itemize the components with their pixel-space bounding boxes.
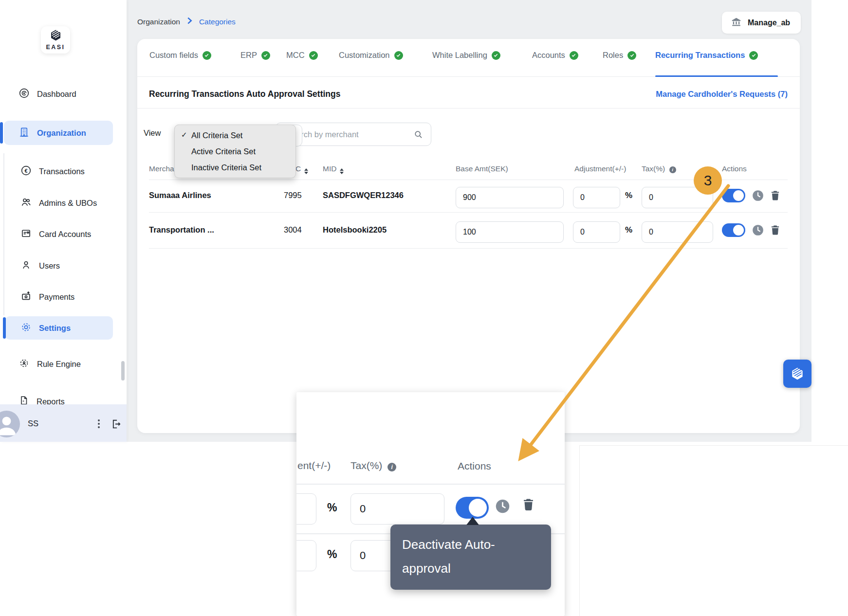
tooltip-text-line1: Deactivate Auto- [402, 533, 551, 557]
euro-circle-icon: € [20, 165, 32, 178]
adjustment-input[interactable] [573, 187, 620, 208]
col-header-actions: Actions [722, 164, 747, 173]
auto-approval-toggle[interactable] [722, 223, 745, 237]
sidebar-item-payments[interactable]: Payments [20, 290, 74, 303]
check-circle-icon [203, 51, 211, 60]
info-icon[interactable]: i [669, 166, 676, 173]
tooltip: Deactivate Auto- approval [390, 525, 551, 590]
callout-col-actions: Actions [458, 460, 491, 472]
auto-approval-toggle[interactable] [722, 189, 745, 202]
check-circle-icon [492, 51, 500, 60]
manage-requests-link[interactable]: Manage Cardholder's Requests (7) [584, 90, 788, 99]
logo-text: EASI [46, 44, 65, 51]
tab-erp[interactable]: ERP [240, 51, 270, 60]
check-circle-icon [749, 51, 758, 60]
callout-header-divider [296, 484, 565, 485]
tab-customization[interactable]: Customization [339, 51, 403, 60]
base-amount-input[interactable] [456, 187, 564, 208]
sort-icon [304, 168, 308, 174]
percent-sign: % [327, 548, 337, 561]
building-icon [18, 127, 30, 140]
breadcrumb-parent[interactable]: Organization [137, 18, 180, 26]
sidebar-item-admins-ubos[interactable]: Admins & UBOs [20, 197, 97, 209]
delete-trash-icon[interactable] [521, 497, 536, 514]
logout-icon[interactable] [110, 418, 122, 432]
annotation-step-badge: 3 [694, 166, 722, 195]
check-circle-icon [309, 51, 318, 60]
sidebar-item-label: Payments [39, 292, 74, 302]
easi-hexagon-icon [50, 29, 62, 43]
callout-col-tax: Tax(%) i [350, 460, 396, 471]
cell-mid: SASDFGWQER12346 [323, 191, 404, 200]
adjustment-input[interactable] [573, 221, 620, 243]
history-clock-icon[interactable] [752, 189, 764, 204]
tooltip-text-line2: approval [402, 557, 551, 580]
breadcrumb: Organization Categories [137, 17, 236, 26]
app-root: EASI Dashboard Organization € Transactio… [0, 0, 848, 616]
info-icon: i [387, 463, 396, 471]
sidebar-item-label: Dashboard [37, 90, 76, 99]
adjustment-input-partial[interactable] [296, 493, 316, 525]
tab-label: ERP [240, 51, 257, 60]
delete-trash-icon[interactable] [769, 189, 781, 203]
dropdown-option-active[interactable]: Active Criteria Set [175, 144, 295, 160]
auto-approval-toggle[interactable] [456, 497, 489, 519]
tab-label: Custom fields [149, 51, 198, 60]
search-icon[interactable] [413, 129, 424, 142]
tax-input[interactable] [642, 221, 713, 243]
percent-sign: % [327, 501, 337, 514]
tab-label: Roles [603, 51, 623, 60]
submenu-guide-line [3, 153, 4, 315]
tooltip-caret [466, 517, 479, 525]
bank-icon [731, 16, 742, 29]
sidebar-item-users[interactable]: Users [20, 259, 60, 272]
sidebar-item-label: Users [39, 261, 60, 271]
active-accent-bar [0, 122, 3, 144]
check-circle-icon [261, 51, 270, 60]
sidebar-item-label: Admins & UBOs [39, 199, 97, 208]
sidebar-item-settings[interactable]: Settings [20, 322, 71, 334]
tab-mcc[interactable]: MCC [286, 51, 318, 60]
payment-icon [20, 290, 32, 304]
person-icon [20, 259, 32, 272]
floating-easi-widget-button[interactable] [783, 360, 811, 388]
active-accent-bar [3, 317, 6, 339]
tab-roles[interactable]: Roles [603, 51, 636, 60]
check-circle-icon [394, 51, 403, 60]
sidebar-scrollbar[interactable] [121, 361, 125, 380]
tab-recurring-transactions[interactable]: Recurring Transactions [655, 51, 758, 60]
sidebar-item-label: Transactions [39, 167, 85, 176]
sidebar-item-transactions[interactable]: € Transactions [20, 165, 85, 178]
tab-label: White Labelling [432, 51, 487, 60]
delete-trash-icon[interactable] [769, 224, 781, 238]
secondary-panel [579, 445, 848, 616]
dropdown-option-all[interactable]: All Criteria Set [175, 127, 295, 144]
adjustment-input-partial[interactable] [296, 540, 316, 571]
base-amount-input[interactable] [456, 221, 564, 243]
sidebar-item-organization[interactable]: Organization [18, 127, 86, 139]
cell-merchant: Sumaaa Airlines [149, 191, 211, 200]
row-divider [149, 248, 788, 249]
cell-mid: Hotelsbooki2205 [323, 225, 387, 235]
card-icon [20, 228, 32, 241]
col-header-mid[interactable]: MID [323, 164, 344, 174]
tab-custom-fields[interactable]: Custom fields [149, 51, 211, 60]
history-clock-icon[interactable] [752, 224, 764, 238]
history-clock-icon[interactable] [495, 498, 511, 516]
sidebar: EASI Dashboard Organization € Transactio… [0, 0, 127, 442]
dropdown-option-inactive[interactable]: Inactive Criteria Set [175, 160, 295, 176]
magnified-callout: ent(+/-) Tax(%) i Actions % 0 % 0 Deacti… [296, 392, 565, 616]
percent-sign: % [625, 191, 632, 200]
sidebar-item-dashboard[interactable]: Dashboard [18, 88, 76, 100]
account-switcher-button[interactable]: Manage_ab [722, 12, 801, 34]
tab-accounts[interactable]: Accounts [532, 51, 578, 60]
gear-icon [20, 322, 32, 335]
tab-white-labelling[interactable]: White Labelling [432, 51, 500, 60]
tax-input[interactable]: 0 [350, 493, 444, 525]
sidebar-item-card-accounts[interactable]: Card Accounts [20, 228, 91, 240]
breadcrumb-current[interactable]: Categories [199, 18, 236, 26]
user-menu-kebab-icon[interactable] [98, 419, 100, 428]
sidebar-item-rule-engine[interactable]: Rule Engine [18, 358, 81, 370]
sidebar-item-label: Rule Engine [37, 360, 81, 369]
svg-text:€: € [24, 167, 27, 173]
